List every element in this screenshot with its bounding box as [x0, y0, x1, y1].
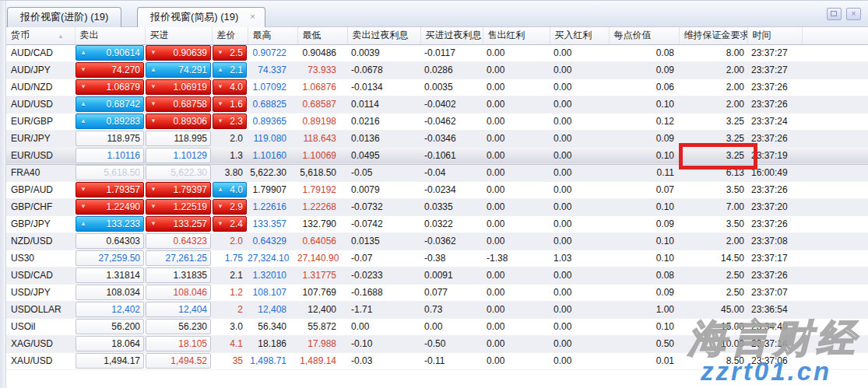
tab-quotes-simple[interactable]: 报价视窗(简易) (19) ×	[137, 7, 265, 27]
sell-button[interactable]: ▲0.89283	[76, 114, 144, 129]
column-header-low[interactable]: 最低	[297, 27, 347, 44]
buy-button[interactable]: 0.64323	[146, 233, 211, 249]
quote-row[interactable]: EUR/USD1.101161.101291.31.101601.100690.…	[6, 147, 868, 164]
spread-button[interactable]: ▲2.1	[213, 62, 247, 78]
quote-row[interactable]: FRA405,618.505,622.303.805,622.305,618.5…	[6, 164, 868, 181]
buy-button[interactable]: 12,404	[146, 302, 211, 317]
quote-row[interactable]: USOil56.20056.2303.056.34055.8720.000.00…	[6, 318, 868, 335]
column-header-sym[interactable]: 货币▲	[6, 27, 75, 44]
maximize-button[interactable]	[827, 8, 842, 20]
sell-button[interactable]: 18.064	[76, 336, 144, 351]
buy-dividend: 0.00	[553, 201, 571, 212]
quote-row[interactable]: AUD/USD▲0.68742▼0.68758▼1.60.688250.6858…	[6, 96, 868, 113]
buy-overnight-interest: -0.0346	[424, 133, 456, 144]
spread-button[interactable]: ▼2.3	[213, 114, 247, 129]
buy-button[interactable]: 1.10129	[146, 148, 211, 163]
spread-button[interactable]: ▲4.0	[213, 182, 247, 197]
sell-button[interactable]: 5,618.50	[76, 165, 144, 180]
quote-row[interactable]: AUD/CAD▲0.90614▼0.90639▼2.50.907220.9048…	[6, 44, 868, 61]
sell-button[interactable]: ▲0.68742	[76, 96, 144, 112]
sell-button[interactable]: 56.200	[76, 319, 144, 334]
sell-button[interactable]: ▲133.233	[76, 216, 144, 232]
sell-button[interactable]: ▼1.79357	[76, 182, 144, 197]
quote-row[interactable]: XAG/USD18.06418.1054.118.18617.988-0.10-…	[6, 335, 868, 352]
buy-button[interactable]: 118.995	[146, 131, 211, 146]
column-header-spread[interactable]: 差价	[212, 27, 248, 44]
column-header-fill[interactable]	[802, 27, 868, 44]
quote-row[interactable]: NZD/USD0.643030.643232.00.643290.640560.…	[6, 232, 868, 250]
quote-time: 23:37:07	[751, 287, 788, 298]
buy-button[interactable]: ▼1.79397	[146, 182, 211, 197]
quote-row[interactable]: GBP/AUD▼1.79357▼1.79397▲4.01.799071.7919…	[6, 181, 868, 198]
quote-row[interactable]: USDOLLAR12,40212,404212,40812,400-1.710.…	[6, 301, 868, 318]
sell-overnight-interest: 0.00	[351, 321, 369, 332]
buy-button[interactable]: ▲74.291	[146, 62, 211, 78]
quote-row[interactable]: GBP/JPY▲133.233▼133.257▼2.4133.357132.79…	[6, 215, 868, 232]
sell-button[interactable]: 1.31814	[76, 267, 144, 283]
buy-button[interactable]: ▼1.06919	[146, 79, 211, 95]
quote-row[interactable]: AUD/JPY▼74.270▲74.291▲2.174.33773.933-0.…	[6, 61, 868, 79]
buy-button[interactable]: 108.046	[146, 285, 211, 300]
spread-button[interactable]: ▼2.5	[213, 45, 247, 61]
spread-value: 2.1	[212, 270, 248, 281]
row-filler	[802, 284, 868, 301]
quote-row[interactable]: US3027,259.5027,261.251.7527,324.1027,14…	[6, 250, 868, 267]
column-header-sd[interactable]: 售出红利	[483, 27, 550, 44]
spread-value: 1.6	[230, 99, 243, 110]
sell-button[interactable]: 1,494.17	[76, 353, 144, 369]
quote-row[interactable]: AUD/NZD▼1.06879▼1.06919▼4.01.070921.0687…	[6, 79, 868, 96]
buy-dividend: 0.00	[553, 304, 571, 315]
sell-button[interactable]: ▲0.90614	[76, 45, 144, 61]
spread-button[interactable]: ▼1.6	[213, 96, 247, 112]
tab-quotes-advanced[interactable]: 报价视窗(进阶) (19)	[7, 7, 121, 27]
buy-button[interactable]: 18.105	[146, 336, 211, 351]
buy-button[interactable]: ▼0.90639	[146, 45, 211, 61]
sell-button[interactable]: 12,402	[76, 302, 144, 317]
low-value: 1.22268	[303, 201, 336, 212]
buy-button[interactable]: 56.230	[146, 319, 211, 334]
sell-button[interactable]: 27,259.50	[76, 250, 144, 266]
spread-button[interactable]: ▼4.0	[213, 79, 247, 95]
close-button[interactable]: ×	[846, 8, 861, 20]
quote-row[interactable]: EUR/GBP▲0.89283▼0.89306▼2.30.893650.8919…	[6, 113, 868, 130]
sell-button[interactable]: 0.64303	[76, 233, 144, 249]
row-filler	[802, 79, 868, 96]
buy-button[interactable]: ▼1.22519	[146, 199, 211, 215]
buy-button[interactable]: ▼0.68758	[146, 96, 211, 112]
buy-button[interactable]: ▼0.89306	[146, 114, 211, 129]
quote-row[interactable]: XAU/USD1,494.171,494.52351,498.711,489.1…	[6, 352, 868, 369]
buy-button[interactable]: 1,494.52	[146, 353, 211, 369]
sell-button[interactable]: 118.975	[76, 131, 144, 146]
sell-button[interactable]: 108.034	[76, 285, 144, 300]
spread-button[interactable]: ▼2.4	[213, 216, 247, 232]
close-tab-icon[interactable]: ×	[247, 12, 258, 23]
arrow-down-icon: ▼	[217, 80, 223, 94]
buy-button[interactable]: 27,261.25	[146, 250, 211, 266]
buy-button[interactable]: ▼133.257	[146, 216, 211, 232]
maintenance-margin: 2.00	[726, 99, 744, 110]
sell-button[interactable]: ▼1.22490	[76, 199, 144, 215]
buy-button[interactable]: 5,622.30	[146, 165, 211, 180]
sell-button[interactable]: ▼74.270	[76, 62, 144, 78]
column-header-pip[interactable]: 每点价值	[609, 27, 679, 44]
quote-row[interactable]: EUR/JPY118.975118.9952.0119.080118.6430.…	[6, 130, 868, 147]
row-filler	[802, 301, 868, 318]
column-header-time[interactable]: 时间	[747, 27, 802, 44]
buy-button[interactable]: 1.31835	[146, 267, 211, 283]
quote-row[interactable]: GBP/CHF▼1.22490▼1.22519▼2.91.226161.2226…	[6, 198, 868, 215]
column-header-margin[interactable]: 维持保证金要求	[679, 27, 747, 44]
sell-dividend: 0.00	[487, 65, 504, 75]
column-header-bs[interactable]: 买进过夜利息	[420, 27, 483, 44]
sell-button[interactable]: 1.10116	[76, 148, 144, 163]
column-header-high[interactable]: 最高	[248, 27, 297, 44]
quote-row[interactable]: USD/CAD1.318141.318352.11.320101.31775-0…	[6, 267, 868, 284]
sell-value: 56.200	[111, 321, 140, 332]
column-header-sell[interactable]: 卖出	[75, 27, 145, 44]
column-header-buy[interactable]: 买进	[145, 27, 212, 44]
quote-row[interactable]: USD/JPY108.034108.0461.2108.107107.769-0…	[6, 284, 868, 301]
maintenance-margin: 3.50	[726, 184, 744, 195]
sell-button[interactable]: ▼1.06879	[76, 79, 144, 95]
column-header-ss[interactable]: 卖出过夜利息	[347, 27, 420, 44]
spread-button[interactable]: ▼2.9	[213, 199, 247, 215]
column-header-bd[interactable]: 买入红利	[550, 27, 609, 44]
